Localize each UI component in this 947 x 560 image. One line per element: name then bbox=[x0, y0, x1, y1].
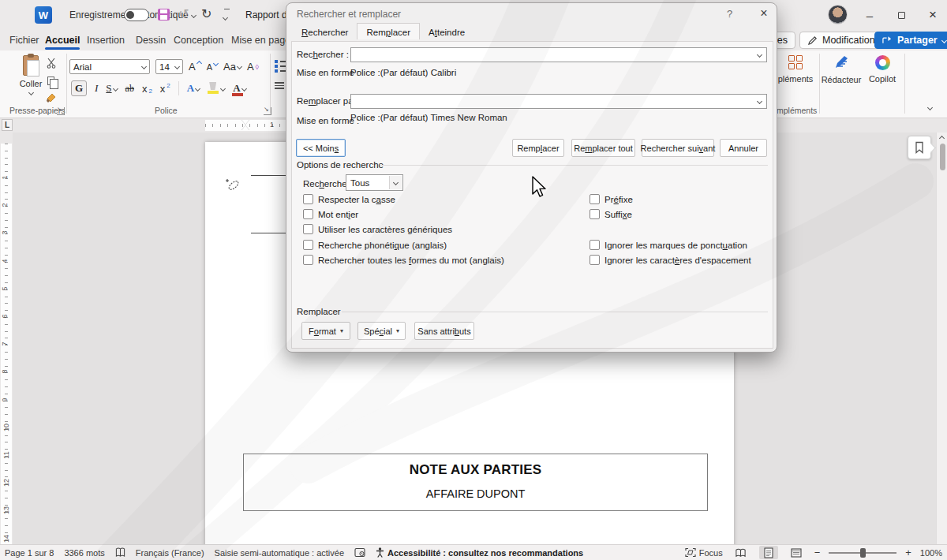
read-mode-button[interactable] bbox=[732, 546, 750, 559]
dialog-help-button[interactable]: ? bbox=[727, 8, 732, 20]
quick-access-more-icon[interactable] bbox=[223, 11, 230, 22]
bold-button[interactable]: G bbox=[71, 80, 87, 96]
text-predictions-icon[interactable] bbox=[354, 547, 365, 558]
highlight-button[interactable] bbox=[208, 82, 225, 95]
tab-selector[interactable]: L bbox=[2, 119, 13, 131]
change-case-button[interactable]: Aa bbox=[223, 61, 241, 73]
format-painter-icon[interactable] bbox=[44, 91, 58, 104]
tab-mise-en-page[interactable]: Mise en page bbox=[228, 32, 294, 48]
language-indicator[interactable]: Français (France) bbox=[136, 548, 204, 558]
web-layout-button[interactable] bbox=[787, 546, 806, 559]
combo-dropdown-button[interactable] bbox=[389, 176, 402, 189]
addins-button[interactable]: pléments bbox=[778, 55, 813, 84]
print-layout-button[interactable] bbox=[759, 546, 778, 559]
subscript-button[interactable]: x2 bbox=[142, 83, 152, 95]
tab-fichier[interactable]: Fichier bbox=[6, 32, 43, 48]
ruler-number: 12 bbox=[2, 479, 10, 487]
zoom-out-button[interactable]: − bbox=[814, 547, 821, 558]
suffix-checkbox[interactable]: Suffixe bbox=[590, 209, 632, 219]
replace-all-button[interactable]: Remplacer tout bbox=[571, 139, 635, 157]
whole-word-checkbox[interactable]: Mot entier bbox=[303, 209, 358, 219]
replace-input[interactable] bbox=[350, 94, 767, 109]
combo-dropdown-button[interactable] bbox=[753, 95, 765, 107]
ignore-whitespace-checkbox[interactable]: Ignorer les caractères d'espacement bbox=[590, 255, 751, 265]
undo-icon[interactable]: ↺ bbox=[178, 6, 189, 21]
copilot-button[interactable]: Copilot bbox=[865, 55, 900, 84]
editor-button[interactable]: Rédacteur bbox=[822, 55, 860, 84]
format-menu-button[interactable]: Format▾ bbox=[301, 322, 350, 340]
proofing-icon[interactable] bbox=[115, 547, 125, 558]
tab-insertion[interactable]: Insertion bbox=[84, 32, 128, 48]
autosave-toggle[interactable] bbox=[124, 9, 149, 21]
underline-button[interactable]: S bbox=[106, 82, 117, 95]
zoom-slider-thumb[interactable] bbox=[860, 548, 866, 558]
text-effects-button[interactable]: A bbox=[187, 82, 200, 95]
paste-button[interactable]: Coller bbox=[14, 55, 47, 104]
ignore-punctuation-checkbox[interactable]: Ignorer les marques de ponctuation bbox=[590, 240, 747, 250]
italic-button[interactable]: I bbox=[95, 82, 98, 95]
prefix-checkbox[interactable]: Préfixe bbox=[590, 194, 633, 204]
highlighter-icon bbox=[208, 82, 219, 95]
font-size-combo[interactable]: 14 bbox=[155, 59, 183, 74]
less-button[interactable]: << Moins bbox=[296, 139, 346, 157]
redo-icon[interactable]: ↻ bbox=[201, 6, 211, 21]
close-button[interactable]: × bbox=[917, 0, 947, 30]
restore-button[interactable] bbox=[885, 0, 917, 30]
vertical-ruler[interactable]: 1234567891011121314 bbox=[0, 133, 13, 544]
strikethrough-button[interactable]: ab bbox=[125, 83, 134, 95]
search-scope-select[interactable]: Tous bbox=[346, 174, 403, 191]
find-next-button[interactable]: Rechercher suivant bbox=[642, 139, 714, 157]
word-logo-icon[interactable]: W bbox=[35, 6, 52, 24]
superscript-button[interactable]: x2 bbox=[160, 83, 170, 95]
reading-position-flyout[interactable] bbox=[908, 136, 931, 159]
grow-font-button[interactable]: A bbox=[189, 61, 201, 73]
multilevel-list-icon[interactable] bbox=[275, 60, 286, 73]
share-button[interactable]: Partager bbox=[874, 32, 947, 49]
page-indicator[interactable]: Page 1 sur 8 bbox=[5, 548, 54, 558]
accessibility-status[interactable]: Accessibilité : consultez nos recommanda… bbox=[376, 547, 583, 558]
zoom-level[interactable]: 100% bbox=[920, 548, 942, 558]
note-box[interactable]: NOTE AUX PARTIES AFFAIRE DUPONT bbox=[243, 454, 708, 511]
word-forms-checkbox[interactable]: Rechercher toutes les formes du mot (ang… bbox=[303, 255, 504, 265]
scroll-up-icon[interactable] bbox=[939, 136, 945, 141]
clear-formatting-button[interactable]: A◊ bbox=[247, 61, 259, 73]
cut-icon[interactable] bbox=[44, 57, 58, 69]
font-name-combo[interactable]: Arial bbox=[69, 59, 150, 74]
ink-annotation-icon[interactable] bbox=[225, 177, 241, 192]
cancel-button[interactable]: Annuler bbox=[720, 139, 767, 157]
zoom-slider[interactable] bbox=[829, 552, 896, 554]
combo-dropdown-button[interactable] bbox=[753, 49, 765, 61]
replace-button[interactable]: Remplacer bbox=[512, 139, 564, 157]
save-icon[interactable] bbox=[158, 9, 170, 21]
scrollbar-thumb[interactable] bbox=[940, 144, 945, 170]
sounds-like-checkbox[interactable]: Recherche phonétique (anglais) bbox=[303, 240, 447, 250]
wildcards-checkbox[interactable]: Utiliser les caractères génériques bbox=[303, 224, 452, 234]
dialog-close-button[interactable]: × bbox=[754, 5, 774, 22]
shrink-font-button[interactable]: A bbox=[207, 62, 218, 72]
zoom-in-button[interactable]: + bbox=[905, 547, 911, 558]
tab-dessin[interactable]: Dessin bbox=[133, 32, 169, 48]
dialog-tab-rechercher[interactable]: Rechercher bbox=[293, 24, 357, 39]
autocomplete-status[interactable]: Saisie semi-automatique : activée bbox=[215, 548, 344, 558]
vertical-scrollbar[interactable] bbox=[936, 133, 947, 544]
dialog-tab-atteindre[interactable]: Atteindre bbox=[420, 24, 474, 39]
tab-accueil[interactable]: Accueil bbox=[42, 32, 83, 48]
special-menu-button[interactable]: Spécial▾ bbox=[357, 322, 406, 340]
no-formatting-button[interactable]: Sans attributs bbox=[414, 322, 474, 340]
copy-icon[interactable] bbox=[44, 74, 58, 87]
hanging-indent-marker[interactable] bbox=[241, 125, 249, 130]
font-color-button[interactable]: A bbox=[233, 82, 245, 95]
undo-dropdown-icon[interactable] bbox=[191, 13, 197, 18]
line-spacing-icon[interactable] bbox=[275, 82, 284, 89]
dialog-tab-remplacer[interactable]: Remplacer bbox=[357, 23, 420, 39]
word-count[interactable]: 3366 mots bbox=[64, 548, 104, 558]
clipboard-dialog-launcher-icon[interactable]: ↘ bbox=[57, 107, 65, 115]
focus-mode-button[interactable]: Focus bbox=[685, 547, 723, 558]
minimize-button[interactable]: – bbox=[854, 0, 885, 30]
tab-conception[interactable]: Conception bbox=[170, 32, 226, 48]
find-input[interactable] bbox=[350, 47, 767, 62]
collapse-ribbon-icon[interactable] bbox=[927, 105, 933, 110]
first-line-indent-marker[interactable] bbox=[241, 120, 249, 125]
match-case-checkbox[interactable]: Respecter la casse bbox=[303, 194, 395, 204]
account-avatar[interactable] bbox=[828, 5, 848, 24]
